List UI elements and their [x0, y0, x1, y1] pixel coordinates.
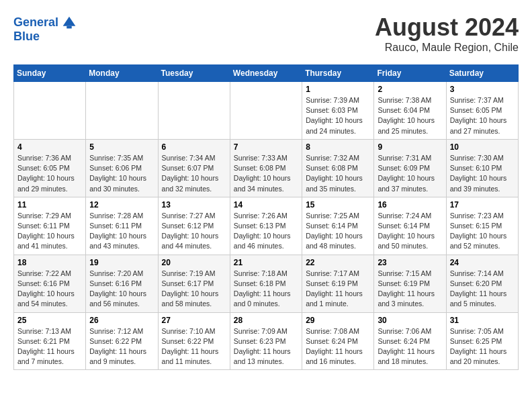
calendar-day-cell: 16Sunrise: 7:24 AMSunset: 6:14 PMDayligh…: [374, 197, 446, 255]
day-number: 5: [89, 142, 154, 152]
day-info: Sunrise: 7:14 AMSunset: 6:20 PMDaylight:…: [450, 269, 515, 310]
calendar-day-cell: 11Sunrise: 7:29 AMSunset: 6:11 PMDayligh…: [14, 197, 86, 255]
calendar-day-cell: [86, 82, 158, 140]
day-number: 12: [89, 200, 154, 210]
day-info: Sunrise: 7:22 AMSunset: 6:16 PMDaylight:…: [17, 269, 82, 310]
day-number: 7: [234, 142, 298, 152]
day-info: Sunrise: 7:18 AMSunset: 6:18 PMDaylight:…: [234, 269, 298, 310]
day-info: Sunrise: 7:20 AMSunset: 6:16 PMDaylight:…: [89, 269, 154, 310]
day-number: 25: [17, 316, 82, 325]
logo-icon: [60, 13, 79, 32]
day-number: 4: [17, 142, 82, 152]
calendar-day-cell: 25Sunrise: 7:13 AMSunset: 6:21 PMDayligh…: [14, 312, 86, 370]
day-info: Sunrise: 7:23 AMSunset: 6:15 PMDaylight:…: [450, 211, 515, 252]
day-number: 6: [162, 142, 226, 152]
day-info: Sunrise: 7:13 AMSunset: 6:21 PMDaylight:…: [17, 326, 82, 367]
calendar-day-cell: 28Sunrise: 7:09 AMSunset: 6:23 PMDayligh…: [230, 312, 302, 370]
day-info: Sunrise: 7:35 AMSunset: 6:06 PMDaylight:…: [89, 153, 154, 194]
location-subtitle: Rauco, Maule Region, Chile: [375, 42, 519, 54]
day-info: Sunrise: 7:30 AMSunset: 6:10 PMDaylight:…: [450, 153, 515, 194]
day-number: 18: [17, 258, 82, 267]
calendar-day-cell: 4Sunrise: 7:36 AMSunset: 6:05 PMDaylight…: [14, 139, 86, 197]
day-info: Sunrise: 7:10 AMSunset: 6:22 PMDaylight:…: [162, 326, 226, 367]
calendar-day-cell: 7Sunrise: 7:33 AMSunset: 6:08 PMDaylight…: [230, 139, 302, 197]
calendar-day-cell: 9Sunrise: 7:31 AMSunset: 6:09 PMDaylight…: [374, 139, 446, 197]
calendar-day-cell: 26Sunrise: 7:12 AMSunset: 6:22 PMDayligh…: [86, 312, 158, 370]
day-of-week-header: Wednesday: [230, 65, 302, 82]
day-number: 30: [378, 316, 442, 325]
day-info: Sunrise: 7:26 AMSunset: 6:13 PMDaylight:…: [234, 211, 298, 252]
calendar-week-row: 25Sunrise: 7:13 AMSunset: 6:21 PMDayligh…: [14, 312, 519, 370]
day-number: 15: [306, 200, 370, 210]
day-number: 24: [450, 258, 515, 267]
day-info: Sunrise: 7:24 AMSunset: 6:14 PMDaylight:…: [378, 211, 442, 252]
day-info: Sunrise: 7:38 AMSunset: 6:04 PMDaylight:…: [378, 95, 442, 136]
day-info: Sunrise: 7:28 AMSunset: 6:11 PMDaylight:…: [89, 211, 154, 252]
calendar-day-cell: 23Sunrise: 7:15 AMSunset: 6:19 PMDayligh…: [374, 255, 446, 312]
calendar-day-cell: 21Sunrise: 7:18 AMSunset: 6:18 PMDayligh…: [230, 255, 302, 312]
calendar-day-cell: [14, 82, 86, 140]
day-info: Sunrise: 7:32 AMSunset: 6:08 PMDaylight:…: [306, 153, 370, 194]
day-info: Sunrise: 7:33 AMSunset: 6:08 PMDaylight:…: [234, 153, 298, 194]
day-number: 8: [306, 142, 370, 152]
calendar-day-cell: 27Sunrise: 7:10 AMSunset: 6:22 PMDayligh…: [158, 312, 230, 370]
calendar-day-cell: 1Sunrise: 7:39 AMSunset: 6:03 PMDaylight…: [302, 82, 374, 140]
page-header: General Blue August 2024 Rauco, Maule Re…: [13, 13, 519, 54]
calendar-day-cell: 10Sunrise: 7:30 AMSunset: 6:10 PMDayligh…: [446, 139, 518, 197]
month-title: August 2024: [375, 13, 519, 42]
day-number: 2: [378, 85, 442, 94]
day-info: Sunrise: 7:09 AMSunset: 6:23 PMDaylight:…: [234, 326, 298, 367]
day-info: Sunrise: 7:05 AMSunset: 6:25 PMDaylight:…: [450, 326, 515, 367]
calendar-day-cell: 14Sunrise: 7:26 AMSunset: 6:13 PMDayligh…: [230, 197, 302, 255]
calendar-day-cell: 22Sunrise: 7:17 AMSunset: 6:19 PMDayligh…: [302, 255, 374, 312]
calendar-day-cell: 2Sunrise: 7:38 AMSunset: 6:04 PMDaylight…: [374, 82, 446, 140]
calendar-day-cell: 30Sunrise: 7:06 AMSunset: 6:24 PMDayligh…: [374, 312, 446, 370]
day-info: Sunrise: 7:06 AMSunset: 6:24 PMDaylight:…: [378, 326, 442, 367]
day-number: 28: [234, 316, 298, 325]
day-of-week-header: Sunday: [14, 65, 86, 82]
day-of-week-header: Thursday: [302, 65, 374, 82]
day-number: 11: [17, 200, 82, 210]
day-info: Sunrise: 7:29 AMSunset: 6:11 PMDaylight:…: [17, 211, 82, 252]
calendar-week-row: 11Sunrise: 7:29 AMSunset: 6:11 PMDayligh…: [14, 197, 519, 255]
day-number: 10: [450, 142, 515, 152]
svg-rect-1: [66, 26, 71, 29]
day-number: 19: [89, 258, 154, 267]
calendar-day-cell: 5Sunrise: 7:35 AMSunset: 6:06 PMDaylight…: [86, 139, 158, 197]
calendar-day-cell: 12Sunrise: 7:28 AMSunset: 6:11 PMDayligh…: [86, 197, 158, 255]
calendar-day-cell: [158, 82, 230, 140]
day-number: 29: [306, 316, 370, 325]
day-number: 21: [234, 258, 298, 267]
day-number: 31: [450, 316, 515, 325]
calendar-day-cell: 20Sunrise: 7:19 AMSunset: 6:17 PMDayligh…: [158, 255, 230, 312]
calendar-table: SundayMondayTuesdayWednesdayThursdayFrid…: [13, 64, 519, 370]
day-info: Sunrise: 7:36 AMSunset: 6:05 PMDaylight:…: [17, 153, 82, 194]
day-info: Sunrise: 7:17 AMSunset: 6:19 PMDaylight:…: [306, 269, 370, 310]
svg-marker-0: [63, 17, 76, 26]
calendar-day-cell: 8Sunrise: 7:32 AMSunset: 6:08 PMDaylight…: [302, 139, 374, 197]
calendar-day-cell: 17Sunrise: 7:23 AMSunset: 6:15 PMDayligh…: [446, 197, 518, 255]
calendar-header-row: SundayMondayTuesdayWednesdayThursdayFrid…: [14, 65, 519, 82]
day-number: 3: [450, 85, 515, 94]
day-number: 22: [306, 258, 370, 267]
day-info: Sunrise: 7:19 AMSunset: 6:17 PMDaylight:…: [162, 269, 226, 310]
day-info: Sunrise: 7:25 AMSunset: 6:14 PMDaylight:…: [306, 211, 370, 252]
day-info: Sunrise: 7:08 AMSunset: 6:24 PMDaylight:…: [306, 326, 370, 367]
calendar-day-cell: 3Sunrise: 7:37 AMSunset: 6:05 PMDaylight…: [446, 82, 518, 140]
day-of-week-header: Monday: [86, 65, 158, 82]
calendar-day-cell: 19Sunrise: 7:20 AMSunset: 6:16 PMDayligh…: [86, 255, 158, 312]
calendar-week-row: 18Sunrise: 7:22 AMSunset: 6:16 PMDayligh…: [14, 255, 519, 312]
calendar-day-cell: 13Sunrise: 7:27 AMSunset: 6:12 PMDayligh…: [158, 197, 230, 255]
calendar-week-row: 4Sunrise: 7:36 AMSunset: 6:05 PMDaylight…: [14, 139, 519, 197]
day-number: 17: [450, 200, 515, 210]
calendar-day-cell: 29Sunrise: 7:08 AMSunset: 6:24 PMDayligh…: [302, 312, 374, 370]
calendar-day-cell: 31Sunrise: 7:05 AMSunset: 6:25 PMDayligh…: [446, 312, 518, 370]
calendar-week-row: 1Sunrise: 7:39 AMSunset: 6:03 PMDaylight…: [14, 82, 519, 140]
day-number: 13: [162, 200, 226, 210]
calendar-day-cell: 24Sunrise: 7:14 AMSunset: 6:20 PMDayligh…: [446, 255, 518, 312]
calendar-day-cell: 18Sunrise: 7:22 AMSunset: 6:16 PMDayligh…: [14, 255, 86, 312]
title-block: August 2024 Rauco, Maule Region, Chile: [375, 13, 519, 54]
day-info: Sunrise: 7:37 AMSunset: 6:05 PMDaylight:…: [450, 95, 515, 136]
day-number: 9: [378, 142, 442, 152]
day-of-week-header: Tuesday: [158, 65, 230, 82]
